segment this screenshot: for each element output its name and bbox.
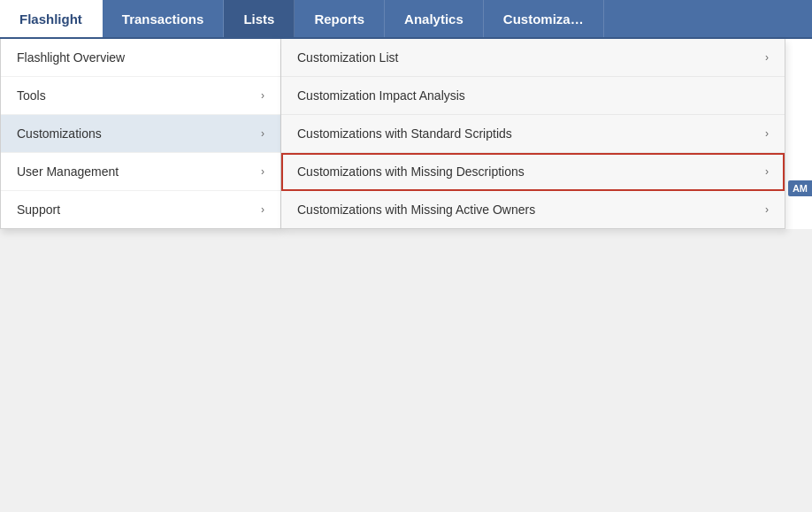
menu-item-customization-list[interactable]: Customization List › [281, 39, 785, 77]
nav-item-lists[interactable]: Lists [224, 0, 295, 37]
menu-label-customization-impact: Customization Impact Analysis [297, 88, 465, 103]
menu-item-customizations[interactable]: Customizations › [1, 115, 280, 153]
menu-label-customizations-missing-desc: Customizations with Missing Descriptions [297, 164, 525, 179]
first-level-menu: Flashlight Overview Tools › Customizatio… [0, 39, 281, 229]
tools-chevron-icon: › [261, 89, 264, 102]
menu-label-support: Support [17, 203, 60, 217]
user-management-chevron-icon: › [261, 165, 264, 178]
menu-item-support[interactable]: Support › [1, 191, 280, 228]
nav-item-flashlight[interactable]: Flashlight [0, 0, 103, 37]
menu-label-customizations: Customizations [17, 126, 102, 141]
nav-label-reports: Reports [314, 11, 364, 27]
top-nav: Flashlight Transactions Lists Reports An… [0, 0, 812, 39]
menu-item-customization-impact[interactable]: Customization Impact Analysis [281, 77, 785, 115]
nav-item-analytics[interactable]: Analytics [385, 0, 484, 37]
nav-label-transactions: Transactions [122, 11, 204, 27]
menu-label-tools: Tools [17, 88, 46, 103]
nav-label-lists: Lists [243, 11, 274, 27]
customizations-standard-chevron-icon: › [765, 127, 769, 140]
nav-item-reports[interactable]: Reports [295, 0, 385, 37]
dropdown-container: Flashlight Overview Tools › Customizatio… [0, 39, 812, 229]
menu-item-customizations-missing-owners[interactable]: Customizations with Missing Active Owner… [281, 191, 785, 228]
customizations-missing-owners-chevron-icon: › [765, 203, 769, 216]
menu-label-customizations-standard: Customizations with Standard Scriptids [297, 126, 512, 141]
customizations-missing-desc-chevron-icon: › [765, 165, 769, 178]
nav-label-customizations: Customiza… [503, 11, 584, 27]
customization-list-chevron-icon: › [765, 51, 769, 64]
menu-label-flashlight-overview: Flashlight Overview [17, 50, 125, 65]
menu-item-user-management[interactable]: User Management › [1, 153, 280, 191]
second-level-menu: Customization List › Customization Impac… [281, 39, 785, 229]
menu-label-customizations-missing-owners: Customizations with Missing Active Owner… [297, 203, 535, 217]
am-badge: AM [788, 180, 812, 196]
menu-label-customization-list: Customization List [297, 50, 398, 65]
menu-item-customizations-missing-desc[interactable]: Customizations with Missing Descriptions… [281, 153, 785, 191]
support-chevron-icon: › [261, 203, 264, 216]
customizations-chevron-icon: › [261, 127, 264, 140]
menu-label-user-management: User Management [17, 164, 119, 179]
nav-label-flashlight: Flashlight [19, 11, 82, 27]
nav-item-transactions[interactable]: Transactions [103, 0, 225, 37]
menu-item-flashlight-overview[interactable]: Flashlight Overview [1, 39, 280, 77]
menu-item-customizations-standard[interactable]: Customizations with Standard Scriptids › [281, 115, 785, 153]
nav-label-analytics: Analytics [404, 11, 463, 27]
nav-item-customizations[interactable]: Customiza… [484, 0, 604, 37]
menu-item-tools[interactable]: Tools › [1, 77, 280, 115]
